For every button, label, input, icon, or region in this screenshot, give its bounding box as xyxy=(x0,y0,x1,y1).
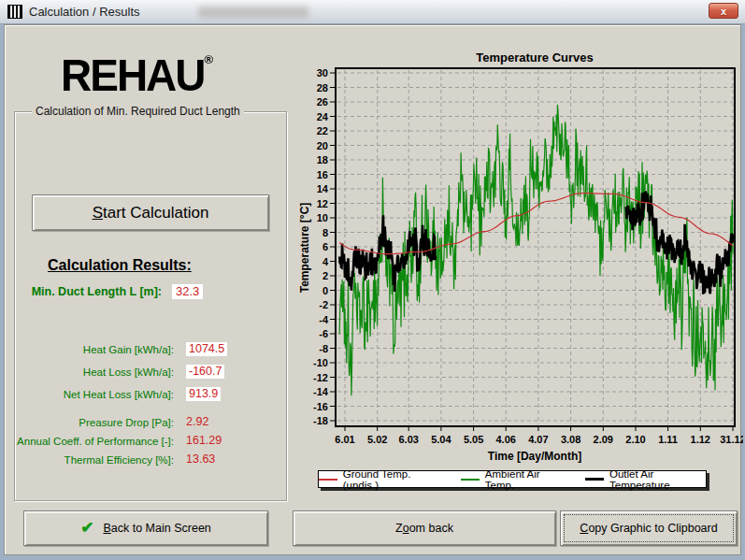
result-row: Preasure Drop [Pa]:2.92 xyxy=(13,415,284,429)
svg-text:4.07: 4.07 xyxy=(528,434,548,445)
window-title: Calculation / Results xyxy=(29,5,140,19)
results-group-performance: Preasure Drop [Pa]:2.92Annual Coeff. of … xyxy=(13,415,284,471)
copy-graphic-button[interactable]: Copy Graphic to Clipboard xyxy=(560,510,738,546)
legend-item: Outlet Air Temperature xyxy=(585,468,706,491)
svg-text:6: 6 xyxy=(322,241,328,252)
svg-text:-10: -10 xyxy=(313,357,328,368)
back-to-main-button[interactable]: ✔ Back to Main Screen xyxy=(23,510,268,546)
chart-legend: Ground Temp. (undis.)Ambient Air Temp.Ou… xyxy=(318,470,707,488)
svg-text:3.08: 3.08 xyxy=(561,434,580,445)
client-area: REHAU® Calculation of Min. Required Duct… xyxy=(4,24,741,555)
svg-text:-6: -6 xyxy=(319,328,328,339)
svg-text:Temperature Curves: Temperature Curves xyxy=(476,50,593,65)
registered-mark-icon: ® xyxy=(205,51,214,66)
svg-text:6.01: 6.01 xyxy=(335,434,354,445)
results-group-energy: Heat Gain [kWh/a]:1074.5Heat Loss [kWh/a… xyxy=(13,342,284,409)
rehau-logo: REHAU® xyxy=(61,37,213,97)
result-label: Preasure Drop [Pa]: xyxy=(13,417,174,428)
svg-text:18: 18 xyxy=(317,154,328,165)
svg-text:12: 12 xyxy=(317,198,328,209)
svg-text:28: 28 xyxy=(317,82,328,93)
min-duct-length-row: Min. Duct Length L [m]: 32.3 xyxy=(5,284,278,299)
result-row: Annual Coeff. of Performance [-]:161.29 xyxy=(13,434,284,448)
redacted-title-text xyxy=(198,7,308,18)
svg-text:5.04: 5.04 xyxy=(431,434,451,445)
result-row: Net Heat Loss [kWh/a]:913.9 xyxy=(13,387,284,401)
legend-line-swatch xyxy=(585,478,604,481)
svg-text:6.03: 6.03 xyxy=(398,434,418,445)
result-value: 13.63 xyxy=(186,452,215,467)
temperature-chart[interactable]: 302826242220181614121086420-2-4-6-8-10-1… xyxy=(298,48,743,498)
svg-text:26: 26 xyxy=(317,96,328,108)
result-value: 1074.5 xyxy=(186,342,227,356)
svg-text:4: 4 xyxy=(322,256,329,267)
result-label: Net Heat Loss [kWh/a]: xyxy=(13,389,174,400)
groupbox-label: Calculation of Min. Required Duct Length xyxy=(32,105,244,118)
svg-text:2: 2 xyxy=(322,270,328,281)
svg-text:2.09: 2.09 xyxy=(594,434,613,445)
min-duct-length-label: Min. Duct Length L [m]: xyxy=(5,285,162,298)
svg-text:10: 10 xyxy=(317,212,328,223)
svg-text:22: 22 xyxy=(317,125,328,136)
result-label: Annual Coeff. of Performance [-]: xyxy=(13,436,174,447)
result-value: 161.29 xyxy=(186,434,222,448)
zoom-back-button[interactable]: Zoom back xyxy=(293,510,556,546)
result-row: Heat Gain [kWh/a]:1074.5 xyxy=(13,342,284,356)
legend-item: Ground Temp. (undis.) xyxy=(319,468,438,491)
start-calculation-button[interactable]: Start Calculation xyxy=(32,194,269,231)
svg-text:-18: -18 xyxy=(313,415,328,426)
legend-item: Ambient Air Temp. xyxy=(461,468,563,491)
legend-label: Ground Temp. (undis.) xyxy=(343,468,438,491)
result-row: Heat Loss [kWh/a]:-160.7 xyxy=(13,365,284,379)
min-duct-length-value: 32.3 xyxy=(172,284,203,299)
window-icon xyxy=(7,5,22,19)
svg-text:20: 20 xyxy=(317,140,328,151)
svg-text:-12: -12 xyxy=(313,372,328,383)
legend-label: Ambient Air Temp. xyxy=(485,468,563,491)
svg-text:-14: -14 xyxy=(313,386,329,397)
result-row: Thermal Efficiency [%]:13.63 xyxy=(13,452,284,467)
svg-text:5.05: 5.05 xyxy=(464,434,483,445)
svg-text:8: 8 xyxy=(322,227,328,238)
svg-text:1.12: 1.12 xyxy=(691,434,710,445)
svg-text:-2: -2 xyxy=(319,299,328,310)
svg-text:-4: -4 xyxy=(319,314,329,325)
result-label: Heat Loss [kWh/a]: xyxy=(13,366,174,378)
svg-text:16: 16 xyxy=(317,169,328,180)
svg-text:-16: -16 xyxy=(313,401,328,412)
result-label: Heat Gain [kWh/a]: xyxy=(13,344,174,355)
svg-text:Time [Day/Month]: Time [Day/Month] xyxy=(488,450,581,463)
svg-text:Temperature [°C]: Temperature [°C] xyxy=(298,203,311,294)
legend-line-swatch xyxy=(461,479,480,481)
calculation-results-heading: Calculation Results: xyxy=(48,257,192,274)
svg-text:-8: -8 xyxy=(319,343,328,354)
svg-text:30: 30 xyxy=(317,67,328,79)
result-value: 913.9 xyxy=(186,387,221,401)
result-value: -160.7 xyxy=(186,365,224,379)
result-value: 2.92 xyxy=(186,415,208,429)
legend-label: Outlet Air Temperature xyxy=(609,468,706,491)
svg-text:31.12: 31.12 xyxy=(720,434,743,445)
svg-text:24: 24 xyxy=(317,111,329,122)
svg-text:0: 0 xyxy=(322,285,328,296)
result-label: Thermal Efficiency [%]: xyxy=(13,454,174,466)
titlebar[interactable]: Calculation / Results x xyxy=(0,0,745,24)
app-window: Calculation / Results x REHAU® Calculati… xyxy=(0,0,745,560)
svg-text:5.02: 5.02 xyxy=(367,434,387,445)
legend-line-swatch xyxy=(319,479,337,481)
checkmark-icon: ✔ xyxy=(80,522,93,535)
svg-text:2.10: 2.10 xyxy=(625,434,645,445)
svg-text:14: 14 xyxy=(317,183,329,194)
svg-text:1.11: 1.11 xyxy=(658,434,678,445)
svg-text:4.06: 4.06 xyxy=(495,434,515,445)
close-button[interactable]: x xyxy=(709,3,738,19)
